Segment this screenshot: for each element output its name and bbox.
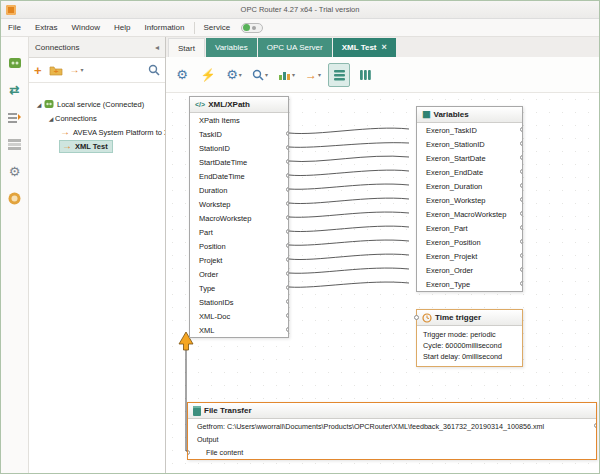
tab-opc-ua-server[interactable]: OPC UA Server [258, 38, 332, 57]
variables-node[interactable]: ▦ Variables ▶Exeron_TaskID ▶Exeron_Stati… [416, 106, 523, 292]
connection-line[interactable] [289, 143, 409, 148]
xpath-row[interactable]: Duration [190, 183, 288, 197]
menu-service[interactable]: Service [197, 19, 238, 36]
output-port[interactable] [286, 145, 288, 150]
connection-line[interactable] [289, 282, 409, 287]
variable-row[interactable]: ▶Exeron_Duration [417, 179, 522, 193]
settings-nav-icon[interactable]: ⚙ [4, 161, 26, 181]
connection-line[interactable] [289, 240, 409, 245]
node-header[interactable]: </> XML/XPath [190, 97, 288, 113]
node-header[interactable]: File Transfer [188, 403, 596, 419]
license-nav-icon[interactable] [4, 188, 26, 208]
xpath-row[interactable]: Order [190, 267, 288, 281]
variable-row[interactable]: ▶Exeron_MacroWorkstep [417, 207, 522, 221]
tree-item-local-service[interactable]: ◢ Local service (Connected) [29, 97, 165, 111]
output-port[interactable] [286, 271, 288, 276]
variable-row[interactable]: ▶Exeron_StartDate [417, 151, 522, 165]
time-trigger-node[interactable]: Time trigger Trigger mode: periodic Cycl… [416, 309, 523, 367]
tab-start[interactable]: Start [168, 38, 205, 57]
node-header[interactable]: ▦ Variables [417, 107, 522, 123]
tab-xml-test[interactable]: XML Test × [333, 38, 396, 57]
steps-view-button[interactable] [328, 63, 350, 87]
output-port[interactable] [520, 281, 522, 286]
templates-nav-icon[interactable] [4, 107, 26, 127]
output-port[interactable] [286, 257, 288, 262]
node-header[interactable]: Time trigger [417, 310, 522, 326]
output-port[interactable] [520, 253, 522, 258]
expander-icon[interactable]: ◢ [35, 101, 43, 108]
xpath-row[interactable]: StationIDs [190, 295, 288, 309]
xpath-row[interactable]: TaskID [190, 127, 288, 141]
xpath-row[interactable]: Projekt [190, 253, 288, 267]
xpath-row[interactable]: StartDateTime [190, 155, 288, 169]
options-dropdown-button[interactable]: ⚙ ▾ [223, 63, 245, 87]
connection-line[interactable] [289, 170, 409, 175]
output-port[interactable] [520, 211, 522, 216]
variable-row[interactable]: ▶Exeron_StationID [417, 137, 522, 151]
add-connection-button[interactable]: + [34, 61, 42, 79]
variable-row[interactable]: ▶Exeron_EndDate [417, 165, 522, 179]
xpath-row[interactable]: MacroWorkstep [190, 211, 288, 225]
connection-line[interactable] [289, 198, 409, 203]
transfer-objects-nav-icon[interactable]: ⇄ [4, 80, 26, 100]
output-port[interactable] [594, 423, 596, 428]
variable-row[interactable]: ▶Exeron_Position [417, 235, 522, 249]
unpin-icon[interactable]: ◂ [155, 43, 159, 52]
xpath-row[interactable]: XML-Doc [190, 309, 288, 323]
output-port[interactable] [520, 183, 522, 188]
search-button[interactable] [148, 61, 160, 79]
output-port[interactable] [520, 155, 522, 160]
variable-row[interactable]: ▶Exeron_Part [417, 221, 522, 235]
zoom-dropdown-button[interactable]: ▾ [249, 63, 271, 87]
menu-window[interactable]: Window [65, 19, 107, 36]
output-port[interactable] [286, 215, 288, 220]
variable-row[interactable]: ▶Exeron_Workstep [417, 193, 522, 207]
xpath-row[interactable]: XML [190, 323, 288, 337]
menu-information[interactable]: Information [137, 19, 191, 36]
transfer-direction-dropdown-button[interactable]: → ▾ [302, 63, 324, 87]
view-dropdown-button[interactable]: ▾ [275, 63, 298, 87]
connection-line[interactable] [289, 212, 409, 217]
settings-button[interactable]: ⚙ [171, 63, 193, 87]
getfrom-row[interactable]: Getfrom: C:\Users\wworrall\Documents\Pro… [188, 419, 596, 433]
output-port[interactable] [286, 285, 288, 290]
xpath-row[interactable]: Type [190, 281, 288, 295]
xml-xpath-node[interactable]: </> XML/XPath XPath Items TaskID Station… [189, 96, 289, 338]
validate-button[interactable]: ⚡ [197, 63, 219, 87]
output-port[interactable] [286, 327, 288, 332]
xpath-row[interactable]: EndDateTime [190, 169, 288, 183]
variable-row[interactable]: ▶Exeron_Order [417, 263, 522, 277]
connection-line[interactable] [289, 268, 409, 273]
file-content-row[interactable]: File content [188, 446, 596, 459]
output-port[interactable] [286, 201, 288, 206]
close-tab-icon[interactable]: × [382, 43, 387, 52]
connection-line[interactable] [289, 254, 409, 259]
xpath-row[interactable]: Part [190, 225, 288, 239]
selected-tree-item[interactable]: → XML Test [59, 140, 113, 153]
variable-row[interactable]: ▶Exeron_TaskID [417, 123, 522, 137]
output-port[interactable] [286, 159, 288, 164]
variable-row[interactable]: ▶Exeron_Projekt [417, 249, 522, 263]
tree-item-connections-folder[interactable]: ◢ Connections [29, 111, 165, 125]
variable-row[interactable]: ▶Exeron_Type [417, 277, 522, 291]
output-port[interactable] [286, 299, 288, 304]
output-port[interactable] [520, 267, 522, 272]
add-transfer-button[interactable]: → ▾ [70, 61, 84, 79]
output-port[interactable] [520, 169, 522, 174]
file-transfer-node[interactable]: File Transfer Getfrom: C:\Users\wworrall… [187, 402, 597, 460]
output-port[interactable] [286, 131, 288, 136]
xpath-row[interactable]: Position [190, 239, 288, 253]
menu-extras[interactable]: Extras [28, 19, 65, 36]
tab-variables[interactable]: Variables [206, 38, 257, 57]
connection-line[interactable] [289, 184, 409, 189]
output-port[interactable] [520, 239, 522, 244]
tree-item-aveva[interactable]: → AVEVA System Platform to X [29, 125, 165, 139]
output-port[interactable] [286, 187, 288, 192]
menu-file[interactable]: File [1, 19, 28, 36]
output-port[interactable] [520, 197, 522, 202]
output-port[interactable] [286, 229, 288, 234]
connection-line[interactable] [289, 226, 409, 231]
add-folder-button[interactable]: + [49, 61, 63, 79]
xpath-row[interactable]: StationID [190, 141, 288, 155]
design-canvas[interactable]: </> XML/XPath XPath Items TaskID Station… [166, 93, 600, 474]
